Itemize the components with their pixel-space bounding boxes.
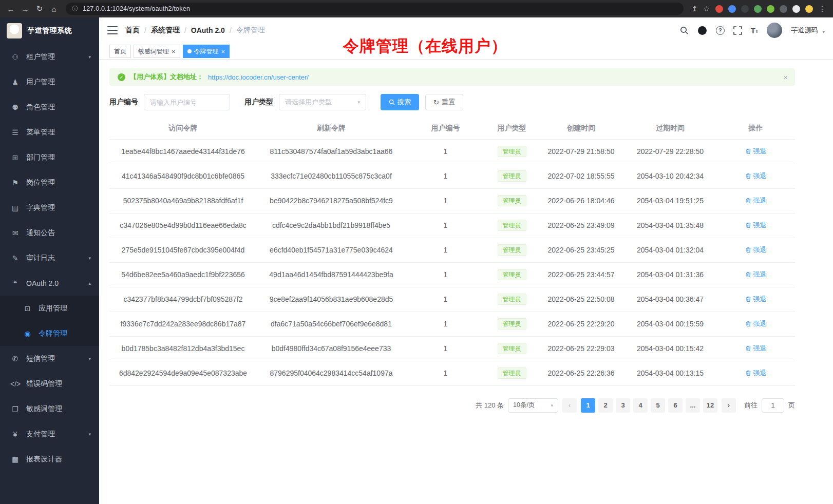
sidebar-item-17[interactable]: ▦报表设计器	[0, 447, 99, 472]
refresh-token-cell: be90422b8c7946218275a508bf524fc9	[257, 188, 406, 213]
force-logout-button[interactable]: 强退	[745, 196, 767, 205]
bookmark-star-icon[interactable]: ☆	[703, 5, 710, 13]
sidebar-item-5[interactable]: ⊞部门管理	[0, 145, 99, 170]
force-logout-button[interactable]: 强退	[745, 319, 767, 328]
sidebar-item-2[interactable]: ♟用户管理	[0, 69, 99, 94]
sidebar-item-13[interactable]: ✆短信管理▾	[0, 346, 99, 371]
search-icon[interactable]	[679, 26, 689, 35]
sidebar-item-16[interactable]: ¥支付管理▾	[0, 421, 99, 447]
sidebar-item-label: 短信管理	[26, 354, 88, 363]
sidebar-item-6[interactable]: ⚑岗位管理	[0, 170, 99, 195]
user-type-cell: 管理员	[485, 139, 538, 164]
browser-profile-avatar[interactable]	[805, 5, 813, 13]
tab-1[interactable]: 首页	[109, 45, 131, 58]
force-logout-button[interactable]: 强退	[745, 171, 767, 181]
page-button-1[interactable]: 1	[581, 398, 595, 413]
table-row: c342377bf8b344799dcbf7bf095287f29ce8ef2a…	[109, 287, 795, 312]
breadcrumb: 首页/系统管理/OAuth 2.0/令牌管理	[125, 26, 265, 35]
sidebar-item-11[interactable]: ⊡应用管理	[0, 296, 99, 321]
user-type-cell: 管理员	[485, 262, 538, 287]
page-button-5[interactable]: 5	[651, 398, 665, 413]
sidebar-item-14[interactable]: </>错误码管理	[0, 371, 99, 396]
tab-close-icon[interactable]: ×	[221, 48, 225, 55]
extension-lightgreen-icon[interactable]	[767, 5, 774, 13]
force-logout-button[interactable]: 强退	[745, 344, 767, 353]
app-icon: ⊡	[23, 304, 32, 313]
extension-contrast-icon[interactable]	[792, 5, 800, 13]
user-id-input[interactable]	[144, 94, 230, 110]
sidebar-item-1[interactable]: ⚇租户管理▾	[0, 44, 99, 69]
prev-page-button[interactable]: ‹	[562, 398, 577, 413]
sidebar-item-12[interactable]: ◉令牌管理	[0, 321, 99, 346]
app-logo[interactable]: 芋道管理系统	[0, 17, 99, 44]
action-cell: 强退	[716, 238, 795, 262]
force-logout-button[interactable]: 强退	[745, 221, 767, 230]
logo-avatar	[7, 23, 22, 38]
force-logout-button[interactable]: 强退	[745, 369, 767, 378]
extension-red-icon[interactable]	[715, 5, 723, 13]
expire-time-cell: 2054-03-04 00:15:42	[624, 336, 716, 361]
next-page-button[interactable]: ›	[722, 398, 736, 413]
action-cell: 强退	[716, 287, 795, 312]
sidebar-item-7[interactable]: ▤字典管理	[0, 195, 99, 220]
collapse-sidebar-icon[interactable]	[107, 26, 118, 34]
force-logout-button[interactable]: 强退	[745, 270, 767, 279]
extension-blue-icon[interactable]	[728, 5, 736, 13]
force-logout-button[interactable]: 强退	[745, 147, 767, 156]
refresh-token-cell: 8796295f04064c2983414cc54af1097a	[257, 361, 406, 385]
doc-link[interactable]: https://doc.iocoder.cn/user-center/	[208, 73, 309, 81]
forward-icon[interactable]: →	[18, 2, 32, 15]
goto-page-input[interactable]	[762, 398, 784, 413]
help-icon[interactable]: ?	[716, 26, 725, 35]
page-button-3[interactable]: 3	[616, 398, 630, 413]
force-logout-label: 强退	[753, 196, 767, 205]
extension-gray-icon[interactable]	[780, 5, 787, 13]
user-id-cell: 1	[406, 336, 485, 361]
sidebar-item-8[interactable]: ✉通知公告	[0, 220, 99, 245]
audit-log-icon: ✎	[10, 254, 20, 262]
table-row: b0d1785bc3a8482f812db4a3f3bd15ecb0df4980…	[109, 336, 795, 361]
extension-green-icon[interactable]	[754, 5, 762, 13]
font-size-icon[interactable]: TT	[751, 27, 759, 34]
user-type-select[interactable]: 请选择用户类型 ▾	[279, 94, 366, 110]
tab-close-icon[interactable]: ×	[172, 48, 176, 55]
sidebar-item-4[interactable]: ☰菜单管理	[0, 120, 99, 145]
alert-close-icon[interactable]: ×	[783, 73, 788, 82]
breadcrumb-item[interactable]: 首页	[125, 26, 140, 35]
action-cell: 强退	[716, 262, 795, 287]
force-logout-button[interactable]: 强退	[745, 295, 767, 304]
home-icon[interactable]: ⌂	[47, 2, 61, 15]
username[interactable]: 芋道源码	[791, 26, 818, 35]
back-icon[interactable]: ←	[4, 2, 17, 15]
sidebar-item-9[interactable]: ✎审计日志▾	[0, 245, 99, 270]
user-type-cell: 管理员	[485, 336, 538, 361]
search-button[interactable]: 搜索	[381, 94, 419, 110]
page-button-12[interactable]: 12	[703, 398, 717, 413]
page-button-2[interactable]: 2	[598, 398, 613, 413]
reset-button[interactable]: ↻ 重置	[425, 94, 463, 110]
user-avatar[interactable]	[767, 23, 782, 38]
page-button-6[interactable]: 6	[668, 398, 683, 413]
address-bar[interactable]: ⓘ 127.0.0.1:1024/system/oauth2/token	[66, 3, 684, 15]
force-logout-button[interactable]: 强退	[745, 245, 767, 255]
share-icon[interactable]: ↥	[692, 5, 698, 13]
user-type-badge: 管理员	[498, 367, 526, 379]
sidebar-item-label: 令牌管理	[39, 329, 91, 338]
breadcrumb-item[interactable]: OAuth 2.0	[191, 26, 225, 34]
reload-icon[interactable]: ↻	[33, 2, 46, 15]
sidebar-item-label: 菜单管理	[26, 128, 91, 137]
site-info-icon[interactable]: ⓘ	[72, 5, 78, 13]
extension-dark-icon[interactable]	[741, 5, 749, 13]
tab-2[interactable]: 敏感词管理×	[134, 45, 180, 58]
browser-menu-icon[interactable]: ⋮	[819, 5, 826, 13]
sidebar-item-3[interactable]: ⚉角色管理	[0, 94, 99, 120]
fullscreen-icon[interactable]	[733, 26, 742, 35]
github-icon[interactable]	[697, 26, 707, 35]
sidebar-item-15[interactable]: ❐敏感词管理	[0, 396, 99, 421]
breadcrumb-item[interactable]: 系统管理	[151, 26, 180, 35]
sidebar-item-10[interactable]: ❝OAuth 2.0▴	[0, 270, 99, 296]
tab-3[interactable]: 令牌管理×	[183, 45, 230, 58]
user-type-badge: 管理员	[498, 195, 526, 206]
page-button-4[interactable]: 4	[633, 398, 648, 413]
page-size-select[interactable]: 10条/页 ▾	[508, 398, 558, 413]
